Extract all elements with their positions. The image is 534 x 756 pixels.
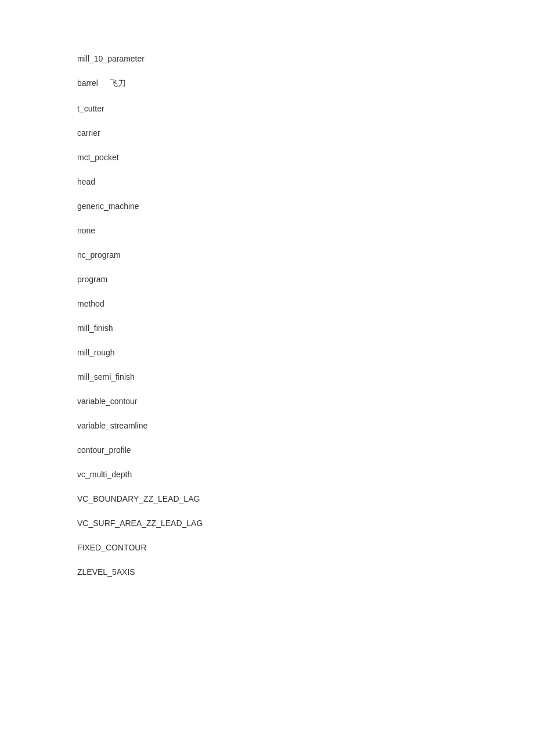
list-item-label: t_cutter (77, 104, 104, 113)
list-item[interactable]: head (77, 170, 534, 194)
list-item-label: mill_semi_finish (77, 372, 135, 381)
list-item[interactable]: nc_program (77, 243, 534, 267)
list-item[interactable]: program (77, 267, 534, 291)
list-item-label: method (77, 299, 104, 308)
list-item-label: mill_10_parameter (77, 54, 145, 63)
list-item-label: contour_profile (77, 445, 131, 455)
list-item-label: mct_pocket (77, 153, 119, 162)
list-item[interactable]: mill_rough (77, 340, 534, 365)
list-item-label: carrier (77, 128, 100, 138)
list-item[interactable]: VC_BOUNDARY_ZZ_LEAD_LAG (77, 487, 534, 511)
list-item-label: vc_multi_depth (77, 470, 132, 479)
list-item[interactable]: t_cutter (77, 96, 534, 121)
list-item[interactable]: generic_machine (77, 194, 534, 218)
list-item[interactable]: ZLEVEL_5AXIS (77, 560, 534, 584)
list-item[interactable]: none (77, 218, 534, 243)
list-item-label: head (77, 177, 95, 186)
list-item[interactable]: variable_streamline (77, 413, 534, 438)
list-item-extra: 飞刀 (110, 78, 126, 89)
list-item-label: ZLEVEL_5AXIS (77, 567, 135, 577)
list-item[interactable]: mill_finish (77, 316, 534, 340)
list-item[interactable]: method (77, 291, 534, 316)
item-list: mill_10_parameterbarrel飞刀t_cuttercarrier… (77, 46, 534, 584)
list-item-label: variable_contour (77, 397, 138, 406)
list-item[interactable]: vc_multi_depth (77, 462, 534, 487)
list-item-label: barrel (77, 78, 98, 88)
list-item-label: VC_SURF_AREA_ZZ_LEAD_LAG (77, 519, 203, 528)
list-item[interactable]: barrel飞刀 (77, 71, 534, 96)
list-item[interactable]: carrier (77, 121, 534, 145)
list-item-label: nc_program (77, 250, 121, 260)
list-item-label: program (77, 275, 107, 284)
list-item-label: FIXED_CONTOUR (77, 543, 147, 552)
list-item-label: mill_rough (77, 348, 115, 357)
list-item[interactable]: mct_pocket (77, 145, 534, 170)
list-item-label: generic_machine (77, 201, 139, 211)
list-item[interactable]: VC_SURF_AREA_ZZ_LEAD_LAG (77, 511, 534, 535)
list-item[interactable]: FIXED_CONTOUR (77, 535, 534, 560)
list-item-label: VC_BOUNDARY_ZZ_LEAD_LAG (77, 494, 200, 503)
list-item[interactable]: mill_10_parameter (77, 46, 534, 71)
list-item[interactable]: variable_contour (77, 389, 534, 413)
list-item[interactable]: mill_semi_finish (77, 365, 534, 389)
list-item-label: none (77, 226, 95, 235)
list-item-label: variable_streamline (77, 421, 147, 430)
list-item[interactable]: contour_profile (77, 438, 534, 462)
list-item-label: mill_finish (77, 323, 113, 333)
